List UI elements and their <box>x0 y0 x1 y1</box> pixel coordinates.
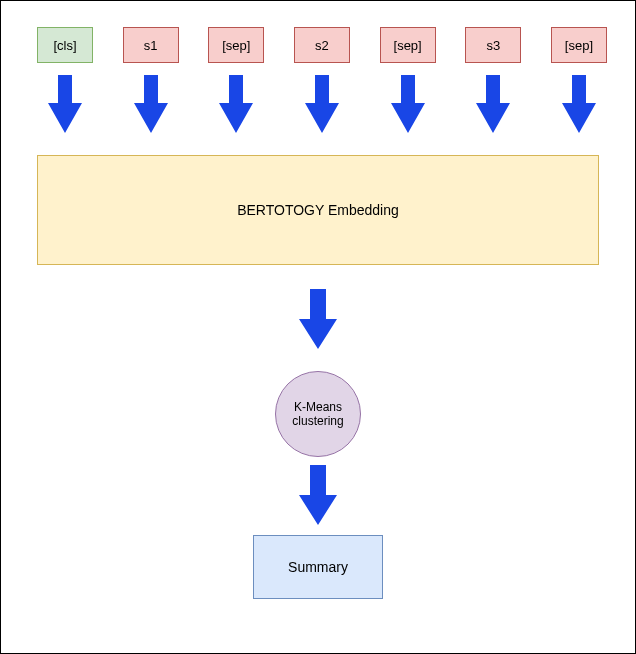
summary-label: Summary <box>288 559 348 575</box>
arrow-down-icon <box>48 75 82 133</box>
token-label: [sep] <box>222 38 250 53</box>
token-label: s2 <box>315 38 329 53</box>
token-sep3: [sep] <box>551 27 607 63</box>
token-label: [cls] <box>53 38 76 53</box>
token-label: [sep] <box>394 38 422 53</box>
token-s3: s3 <box>465 27 521 63</box>
arrow-down-icon <box>134 75 168 133</box>
token-arrows-row <box>37 75 607 133</box>
summary-box: Summary <box>253 535 383 599</box>
arrow-embedding-to-cluster <box>299 289 337 353</box>
cluster-label: K-Means clustering <box>292 400 343 429</box>
cluster-circle: K-Means clustering <box>275 371 361 457</box>
token-sep2: [sep] <box>380 27 436 63</box>
arrow-down-icon <box>391 75 425 133</box>
arrow-down-icon <box>305 75 339 133</box>
embedding-label: BERTOTOGY Embedding <box>237 202 399 218</box>
arrow-down-icon <box>562 75 596 133</box>
token-s1: s1 <box>123 27 179 63</box>
arrow-down-icon <box>219 75 253 133</box>
token-cls: [cls] <box>37 27 93 63</box>
tokens-row: [cls] s1 [sep] s2 [sep] s3 [sep] <box>37 27 607 63</box>
token-label: s1 <box>144 38 158 53</box>
embedding-box: BERTOTOGY Embedding <box>37 155 599 265</box>
diagram-frame: [cls] s1 [sep] s2 [sep] s3 [sep] BERTOTO… <box>0 0 636 654</box>
token-sep1: [sep] <box>208 27 264 63</box>
token-s2: s2 <box>294 27 350 63</box>
arrow-cluster-to-summary <box>299 465 337 529</box>
arrow-down-icon <box>299 289 337 349</box>
token-label: s3 <box>486 38 500 53</box>
arrow-down-icon <box>299 465 337 525</box>
token-label: [sep] <box>565 38 593 53</box>
arrow-down-icon <box>476 75 510 133</box>
